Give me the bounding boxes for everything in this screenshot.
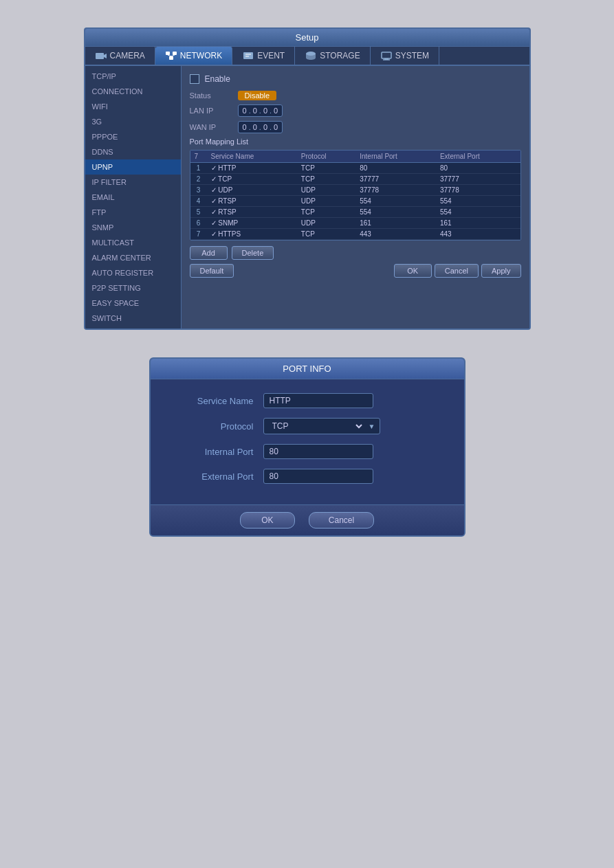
sidebar-item-ddns[interactable]: DDNS xyxy=(85,144,181,159)
external-port-row: External Port xyxy=(171,469,443,484)
network-icon xyxy=(165,51,177,60)
wan-ip-0: 0 xyxy=(243,123,247,131)
lan-ip-3: 0 xyxy=(274,107,278,115)
internal-port-input[interactable] xyxy=(263,444,373,459)
col-external: External Port xyxy=(436,151,520,163)
setup-titlebar: Setup xyxy=(85,29,529,47)
col-protocol: Protocol xyxy=(297,151,355,163)
svg-line-5 xyxy=(168,55,171,56)
ok-button[interactable]: OK xyxy=(394,264,432,278)
lan-ip-label: LAN IP xyxy=(190,107,231,115)
lan-ip-2: 0 xyxy=(263,107,267,115)
sidebar-item-multicast[interactable]: MULTICAST xyxy=(85,235,181,250)
row-check[interactable]: ✓ RTSP xyxy=(207,196,297,207)
sidebar-item-easyspace[interactable]: EASY SPACE xyxy=(85,296,181,311)
sidebar-item-wifi[interactable]: WIFI xyxy=(85,99,181,114)
col-service: Service Name xyxy=(207,151,297,163)
sidebar-item-pppoe[interactable]: PPPOE xyxy=(85,129,181,144)
default-button[interactable]: Default xyxy=(190,264,234,278)
sidebar-item-upnp[interactable]: UPNP xyxy=(85,159,181,175)
row-check[interactable]: ✓ RTSP xyxy=(207,207,297,218)
row-internal: 554 xyxy=(355,196,436,207)
sidebar-item-ftp[interactable]: FTP xyxy=(85,205,181,220)
sidebar-item-connection[interactable]: CONNECTION xyxy=(85,84,181,99)
system-icon xyxy=(380,51,393,60)
row-check[interactable]: ✓ HTTPS xyxy=(207,229,297,240)
sidebar-item-autoregister[interactable]: AUTO REGISTER xyxy=(85,265,181,280)
sidebar-item-email[interactable]: EMAIL xyxy=(85,190,181,205)
table-row[interactable]: 2 ✓ TCP TCP 37777 37777 xyxy=(190,174,520,185)
enable-label: Enable xyxy=(205,74,230,84)
table-row[interactable]: 6 ✓ SNMP UDP 161 161 xyxy=(190,218,520,229)
external-port-input[interactable] xyxy=(263,469,373,484)
tab-system[interactable]: SYSTEM xyxy=(371,47,439,65)
dialog-ok-button[interactable]: OK xyxy=(240,512,295,528)
sidebar-item-snmp[interactable]: SNMP xyxy=(85,220,181,235)
setup-panel: Setup CAMERA NETWORK EVENT xyxy=(84,27,531,330)
svg-rect-11 xyxy=(382,52,391,58)
tab-event[interactable]: EVENT xyxy=(232,47,295,65)
table-row[interactable]: 5 ✓ RTSP TCP 554 554 xyxy=(190,207,520,218)
tab-camera[interactable]: CAMERA xyxy=(85,47,155,65)
protocol-row: Protocol TCP UDP ▼ xyxy=(171,418,443,434)
row-protocol: TCP xyxy=(297,163,355,174)
col-internal: Internal Port xyxy=(355,151,436,163)
service-name-input[interactable] xyxy=(263,393,373,408)
table-row[interactable]: 1 ✓ HTTP TCP 80 80 xyxy=(190,163,520,174)
sidebar-item-3g[interactable]: 3G xyxy=(85,114,181,129)
wan-ip-3: 0 xyxy=(274,123,278,131)
status-label: Status xyxy=(190,91,231,100)
tab-storage[interactable]: STORAGE xyxy=(295,47,370,65)
dialog-cancel-button[interactable]: Cancel xyxy=(309,512,374,528)
protocol-select[interactable]: TCP UDP xyxy=(264,419,364,434)
svg-rect-4 xyxy=(169,56,173,60)
status-badge: Disable xyxy=(238,91,277,100)
svg-marker-1 xyxy=(104,54,107,58)
port-info-wrapper: PORT INFO Service Name Protocol TCP UDP … xyxy=(149,357,465,537)
row-check[interactable]: ✓ TCP xyxy=(207,174,297,185)
row-external: 443 xyxy=(436,229,520,240)
row-num: 2 xyxy=(190,174,207,185)
table-row[interactable]: 4 ✓ RTSP UDP 554 554 xyxy=(190,196,520,207)
sidebar-item-ipfilter[interactable]: IP FILTER xyxy=(85,175,181,190)
sidebar-item-tcpip[interactable]: TCP/IP xyxy=(85,69,181,84)
row-internal: 554 xyxy=(355,207,436,218)
apply-button[interactable]: Apply xyxy=(481,264,521,278)
enable-checkbox[interactable] xyxy=(190,74,199,84)
row-num: 5 xyxy=(190,207,207,218)
dialog-title: PORT INFO xyxy=(283,364,331,374)
dialog-titlebar: PORT INFO xyxy=(151,359,464,379)
table-row[interactable]: 3 ✓ UDP UDP 37778 37778 xyxy=(190,185,520,196)
add-button[interactable]: Add xyxy=(190,246,228,260)
row-protocol: TCP xyxy=(297,207,355,218)
sidebar-item-switch[interactable]: SWITCH xyxy=(85,311,181,326)
svg-rect-2 xyxy=(166,52,170,55)
port-info-dialog: PORT INFO Service Name Protocol TCP UDP … xyxy=(149,357,465,537)
setup-title: Setup xyxy=(296,32,319,43)
lan-ip-row: LAN IP 0 . 0 . 0 . 0 xyxy=(190,104,521,117)
wan-ip-2: 0 xyxy=(263,123,267,131)
setup-body: TCP/IP CONNECTION WIFI 3G PPPOE DDNS UPN… xyxy=(85,66,529,329)
table-row[interactable]: 7 ✓ HTTPS TCP 443 443 xyxy=(190,229,520,240)
svg-line-6 xyxy=(171,55,175,56)
internal-port-row: Internal Port xyxy=(171,444,443,459)
row-check[interactable]: ✓ UDP xyxy=(207,185,297,196)
port-mapping-title: Port Mapping List xyxy=(190,137,521,146)
bottom-btn-row: Default OK Cancel Apply xyxy=(190,264,521,278)
svg-rect-3 xyxy=(173,52,177,55)
row-external: 554 xyxy=(436,207,520,218)
sidebar-item-alarmcenter[interactable]: ALARM CENTER xyxy=(85,250,181,265)
external-port-label: External Port xyxy=(171,471,254,482)
row-check[interactable]: ✓ HTTP xyxy=(207,163,297,174)
sidebar-item-p2psetting[interactable]: P2P SETTING xyxy=(85,280,181,296)
status-row: Status Disable xyxy=(190,91,521,100)
col-num: 7 xyxy=(190,151,207,163)
svg-rect-7 xyxy=(243,52,253,59)
tab-network[interactable]: NETWORK xyxy=(155,47,232,65)
row-check[interactable]: ✓ SNMP xyxy=(207,218,297,229)
internal-port-label: Internal Port xyxy=(171,447,254,457)
wan-ip-label: WAN IP xyxy=(190,123,231,131)
cancel-button[interactable]: Cancel xyxy=(435,264,479,278)
tab-event-label: EVENT xyxy=(257,51,285,60)
delete-button[interactable]: Delete xyxy=(232,246,274,260)
